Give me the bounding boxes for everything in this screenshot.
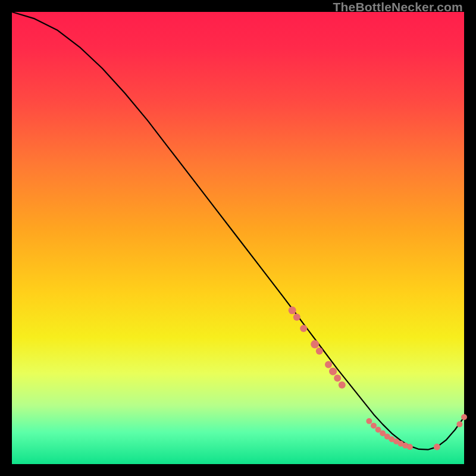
data-marker xyxy=(434,444,440,450)
data-marker xyxy=(334,375,341,382)
curve-line xyxy=(12,12,464,450)
data-marker xyxy=(407,444,413,450)
data-marker xyxy=(325,361,332,368)
data-marker xyxy=(316,347,323,355)
plot-area xyxy=(12,12,464,464)
chart-stage: TheBottleNecker.com xyxy=(0,0,476,476)
data-marker xyxy=(339,381,346,389)
data-marker xyxy=(293,314,300,321)
chart-svg xyxy=(12,12,464,464)
data-marker xyxy=(456,421,462,427)
data-marker xyxy=(366,418,372,424)
data-marker xyxy=(300,325,307,332)
data-marker xyxy=(329,368,337,375)
data-marker xyxy=(371,422,377,428)
data-marker xyxy=(289,306,296,314)
marker-layer xyxy=(289,306,467,450)
data-marker xyxy=(461,414,467,420)
data-marker xyxy=(311,340,319,349)
